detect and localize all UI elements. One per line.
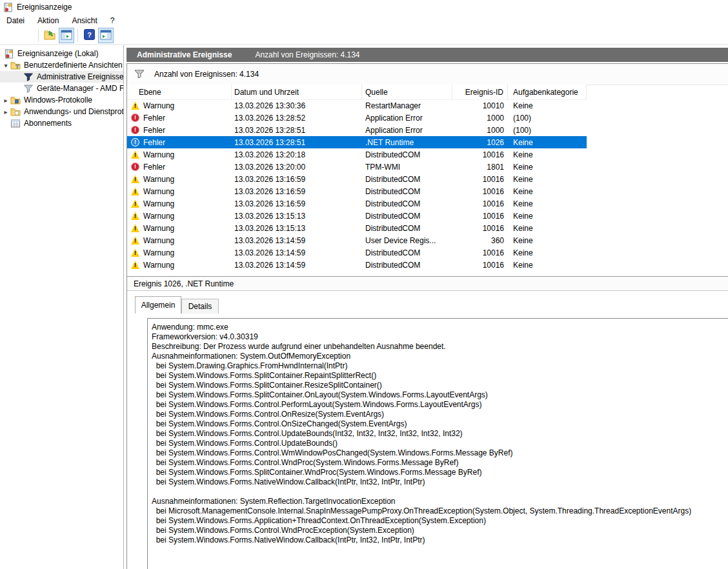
export-folder-button[interactable] — [42, 28, 57, 43]
forward-arrow-button[interactable] — [19, 28, 35, 43]
cell-level: Warnung — [127, 173, 232, 185]
description-line: bei System.Windows.Forms.SplitContainer.… — [152, 390, 728, 400]
cell-category: Keine — [508, 246, 587, 259]
menu-aktion[interactable]: Aktion — [31, 15, 65, 26]
tab-allgemein[interactable]: Allgemein — [135, 296, 181, 314]
menu-[interactable]: ? — [104, 15, 121, 26]
cell-category: (100) — [508, 112, 587, 124]
action-pane-toggle-button[interactable] — [98, 28, 114, 43]
warning-icon — [131, 236, 139, 245]
description-line: bei System.Windows.Forms.Control.WndProc… — [152, 458, 728, 468]
preview-pane-title: Ereignis 1026, .NET Runtime — [127, 276, 728, 291]
event-row[interactable]: Warnung13.03.2026 13:14:59DistributedCOM… — [127, 259, 587, 271]
cell-level: Warnung — [127, 234, 232, 246]
cell-category: Keine — [508, 185, 587, 197]
tree-item-administrative-ereignisse[interactable]: Administrative Ereignisse — [0, 71, 123, 83]
cell-datetime: 13.03.2026 13:16:59 — [232, 197, 362, 210]
filter-funnel-icon — [134, 69, 145, 79]
cell-datetime: 13.03.2026 13:15:13 — [232, 210, 362, 222]
cell-event-id: 10016 — [452, 246, 508, 259]
warning-icon — [131, 224, 139, 232]
cell-datetime: 13.03.2026 13:14:59 — [232, 246, 362, 259]
tree-chevron-icon[interactable]: ▸ — [1, 108, 10, 115]
cell-source: DistributedCOM — [362, 148, 452, 161]
filter-gray-icon — [23, 84, 34, 94]
warning-icon — [131, 175, 139, 183]
column-header-ereignis-id[interactable]: Ereignis-ID — [452, 85, 508, 99]
tree-item-ereignisanzeige-lokal[interactable]: Ereignisanzeige (Lokal) — [0, 48, 123, 59]
tree-item-label: Windows-Protokolle — [24, 95, 92, 105]
column-header-aufgabenkategorie[interactable]: Aufgabenkategorie — [508, 85, 587, 99]
event-row[interactable]: Fehler13.03.2026 13:20:00TPM-WMI1801Kein… — [127, 161, 587, 173]
cell-event-id: 360 — [452, 234, 508, 246]
preview-content: Anwendung: mmc.exeFrameworkversion: v4.0… — [127, 314, 728, 569]
description-line: Beschreibung: Der Prozess wurde aufgrund… — [152, 342, 728, 352]
cell-source: RestartManager — [362, 99, 452, 112]
description-line: bei System.Windows.Forms.SplitContainer.… — [152, 468, 728, 477]
column-header-quelle[interactable]: Quelle — [362, 85, 452, 99]
event-description-box[interactable]: Anwendung: mmc.exeFrameworkversion: v4.0… — [147, 318, 728, 569]
tree-chevron-icon[interactable]: ▸ — [1, 97, 10, 104]
console-tree: Ereignisanzeige (Lokal)▾Benutzerdefinier… — [0, 45, 124, 569]
cell-source: DistributedCOM — [362, 259, 452, 271]
help-icon: ? — [84, 29, 95, 42]
cell-datetime: 13.03.2026 13:20:00 — [232, 161, 362, 173]
event-row[interactable]: Warnung13.03.2026 13:16:59DistributedCOM… — [127, 197, 587, 210]
event-row[interactable]: Warnung13.03.2026 13:20:18DistributedCOM… — [127, 148, 587, 161]
description-line: Frameworkversion: v4.0.30319 — [152, 332, 728, 342]
event-row[interactable]: Warnung13.03.2026 13:16:59DistributedCOM… — [127, 185, 587, 197]
tree-item-ger-te-manager-amd-f[interactable]: Geräte-Manager - AMD F — [0, 83, 123, 94]
tree-item-windows-protokolle[interactable]: ▸Windows-Protokolle — [0, 94, 123, 106]
error-icon — [131, 114, 139, 122]
cell-datetime: 13.03.2026 13:16:59 — [232, 173, 362, 185]
cell-level: Warnung — [127, 197, 232, 210]
column-header-ebene[interactable]: Ebene — [127, 85, 232, 99]
cell-datetime: 13.03.2026 13:15:13 — [232, 222, 362, 234]
cell-category: Keine — [508, 259, 587, 271]
warning-icon — [131, 150, 139, 159]
tree-item-label: Anwendungs- und Dienstprotokolle — [24, 107, 123, 116]
help-button[interactable]: ? — [81, 28, 97, 43]
menu-ansicht[interactable]: Ansicht — [65, 15, 103, 26]
cell-datetime: 13.03.2026 13:14:59 — [232, 234, 362, 246]
event-row[interactable]: Warnung13.03.2026 13:30:36RestartManager… — [127, 99, 587, 112]
back-arrow-button[interactable] — [3, 28, 18, 43]
tab-details[interactable]: Details — [181, 299, 219, 314]
cell-level: Warnung — [127, 99, 232, 112]
tree-item-benutzerdefinierte-ansichten[interactable]: ▾Benutzerdefinierte Ansichten — [0, 59, 123, 71]
description-line: bei System.Windows.Forms.Control.OnSizeC… — [152, 419, 728, 429]
event-row[interactable]: Warnung13.03.2026 13:14:59DistributedCOM… — [127, 246, 587, 259]
menu-datei[interactable]: Datei — [0, 15, 31, 26]
event-row[interactable]: Warnung13.03.2026 13:14:59User Device Re… — [127, 234, 587, 246]
column-header-datum-und-uhrzeit[interactable]: Datum und Uhrzeit — [232, 85, 362, 99]
view-title: Administrative Ereignisse — [137, 50, 232, 59]
tree-item-anwendungs-und-dienstprotokolle[interactable]: ▸Anwendungs- und Dienstprotokolle — [0, 106, 123, 117]
cell-datetime: 13.03.2026 13:28:52 — [232, 112, 362, 124]
event-row[interactable]: Fehler13.03.2026 13:28:51Application Err… — [127, 124, 587, 136]
cell-source: User Device Regis... — [362, 234, 452, 246]
console-tree-toggle-icon — [61, 30, 72, 42]
cell-event-id: 10016 — [452, 197, 508, 210]
event-row[interactable]: Fehler13.03.2026 13:28:52Application Err… — [127, 112, 587, 124]
event-row[interactable]: Warnung13.03.2026 13:15:13DistributedCOM… — [127, 210, 587, 222]
cell-event-id: 10010 — [452, 99, 508, 112]
main-panel: Administrative Ereignisse Anzahl von Ere… — [126, 45, 728, 569]
export-folder-icon — [43, 29, 56, 43]
description-line — [152, 487, 728, 497]
title-bar: Ereignisanzeige — [0, 0, 728, 14]
cell-source: DistributedCOM — [362, 210, 452, 222]
event-row[interactable]: Fehler13.03.2026 13:28:51.NET Runtime102… — [127, 136, 587, 148]
table-header: EbeneDatum und UhrzeitQuelleEreignis-IDA… — [127, 85, 587, 100]
tree-item-abonnements[interactable]: Abonnements — [0, 117, 123, 129]
event-row[interactable]: Warnung13.03.2026 13:16:59DistributedCOM… — [127, 173, 587, 185]
cell-level: Warnung — [127, 185, 232, 197]
cell-event-id: 10016 — [452, 173, 508, 185]
cell-datetime: 13.03.2026 13:28:51 — [232, 124, 362, 136]
event-row[interactable]: Warnung13.03.2026 13:15:13DistributedCOM… — [127, 222, 587, 234]
console-tree-toggle-button[interactable] — [59, 28, 74, 43]
tree-chevron-icon[interactable]: ▾ — [1, 62, 10, 69]
cell-category: Keine — [508, 173, 587, 185]
cell-category: Keine — [508, 99, 587, 112]
cell-category: Keine — [508, 136, 587, 148]
cell-event-id: 10016 — [452, 259, 508, 271]
